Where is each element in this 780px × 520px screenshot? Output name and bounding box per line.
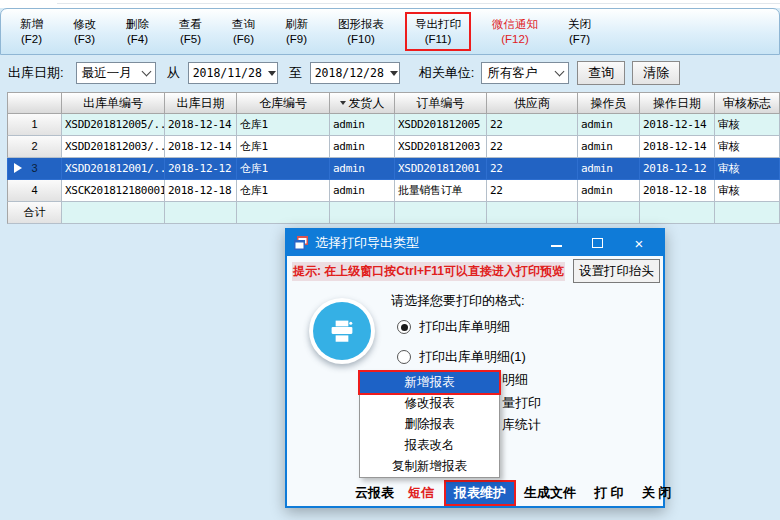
table-cell[interactable]: 22	[487, 158, 578, 180]
table-cell[interactable]: admin	[330, 180, 395, 202]
menu-item-copy-report[interactable]: 复制新增报表	[360, 456, 499, 477]
table-cell[interactable]: admin	[330, 158, 395, 180]
menu-item-edit-report[interactable]: 修改报表	[360, 393, 499, 414]
footer-empty-cell	[395, 202, 487, 224]
column-header-label: 出库日期	[177, 93, 225, 114]
column-header-0[interactable]: 出库单编号	[62, 92, 165, 114]
to-date-input[interactable]: 2018/12/28	[310, 62, 400, 84]
toolbar-button-export-print[interactable]: 导出打印(F11)	[408, 15, 468, 49]
table-cell[interactable]: 审核	[715, 158, 780, 180]
table-cell[interactable]: 批量销售订单	[395, 180, 487, 202]
row-number-cell[interactable]: 4	[7, 180, 62, 202]
table-cell[interactable]: admin	[578, 114, 640, 136]
close-button[interactable]: ×	[633, 237, 645, 249]
footer-link-print[interactable]: 打 印	[594, 484, 624, 502]
date-dropdown-icon[interactable]	[390, 71, 398, 76]
row-number-cell[interactable]: 2	[7, 136, 62, 158]
table-cell[interactable]: 2018-12-18	[165, 180, 237, 202]
table-cell[interactable]: admin	[578, 158, 640, 180]
row-number-cell[interactable]: 3	[7, 158, 62, 180]
table-cell[interactable]: 2018-12-12	[640, 158, 715, 180]
column-header-1[interactable]: 出库日期	[165, 92, 237, 114]
print-format-option-0[interactable]: 打印出库单明细	[397, 318, 510, 336]
table-cell[interactable]: 22	[487, 114, 578, 136]
row-number: 3	[31, 162, 37, 174]
toolbar-button-fkey: (F7)	[568, 32, 591, 47]
toolbar-button-wechat-notify[interactable]: 微信通知(F12)	[485, 15, 545, 49]
related-unit-select[interactable]: 所有客户	[481, 62, 569, 84]
table-cell[interactable]: 22	[487, 180, 578, 202]
table-cell[interactable]: 2018-12-12	[165, 158, 237, 180]
date-range-value: 最近一月	[82, 65, 132, 82]
table-cell[interactable]: 22	[487, 136, 578, 158]
table-cell[interactable]: XSDD201812001/...	[62, 158, 165, 180]
menu-item-delete-report[interactable]: 删除报表	[360, 414, 499, 435]
row-number: 4	[31, 184, 37, 196]
table-cell[interactable]: 审核	[715, 114, 780, 136]
column-header-8[interactable]: 审核标志	[715, 92, 780, 114]
table-cell[interactable]: admin	[578, 180, 640, 202]
table-cell[interactable]: 仓库1	[237, 114, 330, 136]
clear-button[interactable]: 清除	[632, 61, 680, 85]
related-unit-value: 所有客户	[487, 65, 537, 82]
date-range-select[interactable]: 最近一月	[76, 62, 156, 84]
maximize-button[interactable]	[592, 238, 603, 248]
toolbar-button-search[interactable]: 查询(F6)	[225, 15, 262, 49]
toolbar-button-refresh[interactable]: 刷新(F9)	[278, 15, 315, 49]
footer-link-sms[interactable]: 短信	[408, 484, 434, 502]
table-cell[interactable]: admin	[330, 136, 395, 158]
table-cell[interactable]: XSDD201812005	[395, 114, 487, 136]
table-cell[interactable]: XSDD201812005/...	[62, 114, 165, 136]
search-button[interactable]: 查询	[577, 61, 625, 85]
menu-item-add-report[interactable]: 新增报表	[360, 372, 499, 393]
menu-item-rename-report[interactable]: 报表改名	[360, 435, 499, 456]
footer-link-report-maintain[interactable]: 报表维护	[446, 482, 514, 504]
footer-link-close[interactable]: 关 闭	[642, 484, 672, 502]
table-cell[interactable]: admin	[578, 136, 640, 158]
from-date-input[interactable]: 2018/11/28	[188, 62, 278, 84]
table-cell[interactable]: XSDD201812003/...	[62, 136, 165, 158]
table-cell[interactable]: 2018-12-14	[640, 114, 715, 136]
toolbar-button-edit[interactable]: 修改(F3)	[66, 15, 103, 49]
column-header-2[interactable]: 仓库编号	[237, 92, 330, 114]
column-header-3[interactable]: 发货人	[330, 92, 395, 114]
date-dropdown-icon[interactable]	[268, 71, 276, 76]
app-window: { "colors": { "titlebar_blue": "#0f7bd8"…	[0, 0, 780, 520]
toolbar-button-label: 查看	[179, 17, 202, 32]
radio-icon[interactable]	[397, 350, 411, 364]
column-header-4[interactable]: 订单编号	[395, 92, 487, 114]
table-cell[interactable]: 2018-12-14	[640, 136, 715, 158]
toolbar-button-label: 微信通知	[492, 17, 538, 32]
column-header-5[interactable]: 供应商	[487, 92, 578, 114]
table-cell[interactable]: 审核	[715, 180, 780, 202]
table-cell[interactable]: XSDD201812003	[395, 136, 487, 158]
print-preview-hint: 提示: 在上级窗口按Ctrl+F11可以直接进入打印预览	[292, 262, 565, 281]
table-cell[interactable]: 2018-12-14	[165, 136, 237, 158]
table-cell[interactable]: XSCK201812180001	[62, 180, 165, 202]
toolbar-button-view[interactable]: 查看(F5)	[172, 15, 209, 49]
toolbar-button-graph-report[interactable]: 图形报表(F10)	[331, 15, 391, 49]
table-cell[interactable]: admin	[330, 114, 395, 136]
table-cell[interactable]: 仓库1	[237, 136, 330, 158]
column-header-7[interactable]: 操作日期	[640, 92, 715, 114]
print-format-option-1[interactable]: 打印出库单明细(1)	[397, 348, 526, 366]
toolbar-button-new[interactable]: 新增(F2)	[13, 15, 50, 49]
table-cell[interactable]: 2018-12-18	[640, 180, 715, 202]
table-cell[interactable]: 仓库1	[237, 180, 330, 202]
table-cell[interactable]: 2018-12-14	[165, 114, 237, 136]
set-print-header-button[interactable]: 设置打印抬头	[573, 259, 660, 283]
dialog-hint-row: 提示: 在上级窗口按Ctrl+F11可以直接进入打印预览 设置打印抬头	[287, 256, 663, 284]
toolbar-button-close[interactable]: 关闭(F7)	[561, 15, 598, 49]
column-header-6[interactable]: 操作员	[578, 92, 640, 114]
row-number-cell[interactable]: 1	[7, 114, 62, 136]
footer-link-cloud-report[interactable]: 云报表	[355, 484, 394, 502]
table-cell[interactable]: XSDD201812001	[395, 158, 487, 180]
toolbar-button-delete[interactable]: 删除(F4)	[119, 15, 156, 49]
table-cell[interactable]: 审核	[715, 136, 780, 158]
filter-arrow-icon[interactable]	[340, 101, 346, 105]
radio-selected-icon[interactable]	[397, 320, 411, 334]
dialog-titlebar[interactable]: 选择打印导出类型 ×	[287, 230, 663, 256]
table-cell[interactable]: 仓库1	[237, 158, 330, 180]
footer-link-generate-file[interactable]: 生成文件	[524, 484, 576, 502]
minimize-button[interactable]	[551, 240, 562, 247]
